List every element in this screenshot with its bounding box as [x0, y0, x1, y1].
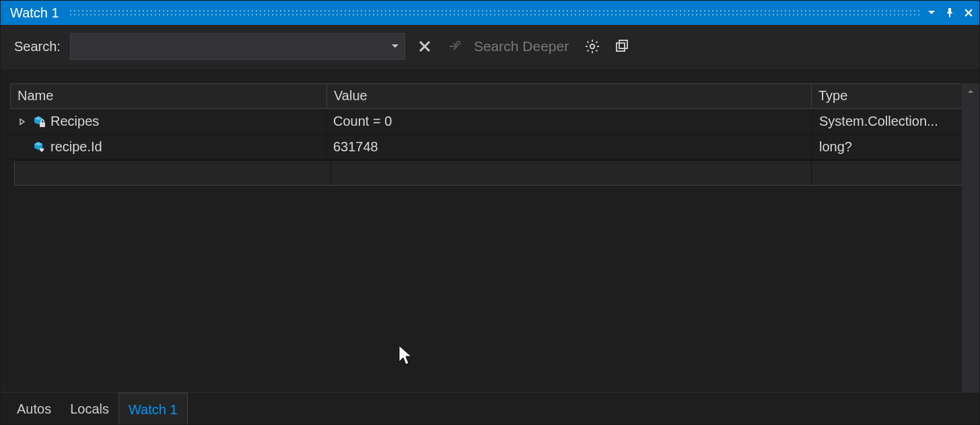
row-value-text: 631748 — [333, 139, 378, 155]
grid-row[interactable]: Recipes Count = 0 System.Collection... — [10, 109, 969, 134]
close-icon[interactable] — [963, 7, 974, 18]
search-input[interactable] — [71, 34, 405, 59]
svg-rect-2 — [617, 43, 625, 51]
row-type-text: long? — [819, 139, 852, 155]
tab-locals[interactable]: Locals — [61, 393, 118, 424]
toolbar: Search: Search Deeper — [1, 25, 979, 70]
tab-label: Autos — [17, 401, 51, 417]
pin-icon[interactable] — [944, 7, 955, 18]
settings-icon[interactable] — [582, 36, 602, 56]
search-deeper-button[interactable]: Search Deeper — [474, 38, 569, 54]
header-name[interactable]: Name — [11, 84, 327, 108]
new-watch-value-cell — [331, 161, 812, 185]
titlebar-grip[interactable] — [69, 9, 920, 17]
svg-rect-3 — [619, 40, 627, 48]
row-name-text: Recipes — [50, 114, 99, 129]
tab-label: Locals — [70, 401, 109, 417]
tab-watch1[interactable]: Watch 1 — [118, 393, 188, 424]
search-label: Search: — [14, 39, 61, 54]
expand-icon[interactable] — [17, 118, 28, 125]
windows-icon[interactable] — [612, 36, 632, 56]
new-watch-type-cell — [812, 161, 968, 185]
bottom-tabs: Autos Locals Watch 1 — [1, 392, 979, 424]
cell-value[interactable]: 631748 — [326, 134, 812, 159]
cell-name[interactable]: recipe.Id — [10, 134, 326, 159]
titlebar-controls — [927, 7, 979, 18]
search-next-icon — [444, 36, 464, 56]
clear-search-icon[interactable] — [415, 36, 435, 56]
cube-locked-icon — [30, 115, 48, 128]
scroll-up-icon[interactable] — [962, 83, 979, 100]
titlebar: Watch 1 — [1, 1, 979, 25]
tab-autos[interactable]: Autos — [7, 393, 61, 424]
titlebar-title: Watch 1 — [10, 1, 59, 25]
header-type[interactable]: Type — [812, 84, 968, 108]
grid-row-new[interactable] — [14, 160, 969, 186]
header-value[interactable]: Value — [327, 84, 812, 108]
svg-point-1 — [590, 44, 594, 48]
row-value-text: Count = 0 — [333, 114, 392, 129]
window-options-icon[interactable] — [927, 8, 936, 17]
tab-label: Watch 1 — [129, 402, 178, 418]
cell-type[interactable]: System.Collection... — [812, 109, 969, 134]
grid-row[interactable]: recipe.Id 631748 long? — [10, 134, 969, 160]
cell-name[interactable]: Recipes — [10, 109, 326, 134]
row-type-text: System.Collection... — [819, 114, 938, 129]
search-dropdown-icon[interactable] — [391, 39, 399, 54]
cell-value[interactable]: Count = 0 — [326, 109, 812, 134]
watch-grid-area: Name Value Type — [1, 70, 979, 392]
svg-point-0 — [456, 42, 460, 45]
svg-rect-4 — [40, 122, 45, 127]
search-box[interactable] — [70, 33, 405, 60]
watch-window: Watch 1 Search: Search D — [0, 0, 980, 425]
vertical-scrollbar[interactable] — [962, 83, 979, 392]
cube-heart-icon — [30, 141, 48, 154]
cell-type[interactable]: long? — [812, 134, 969, 159]
row-name-text: recipe.Id — [50, 139, 102, 155]
grid-header: Name Value Type — [10, 83, 969, 109]
new-watch-name-cell[interactable] — [15, 161, 331, 185]
